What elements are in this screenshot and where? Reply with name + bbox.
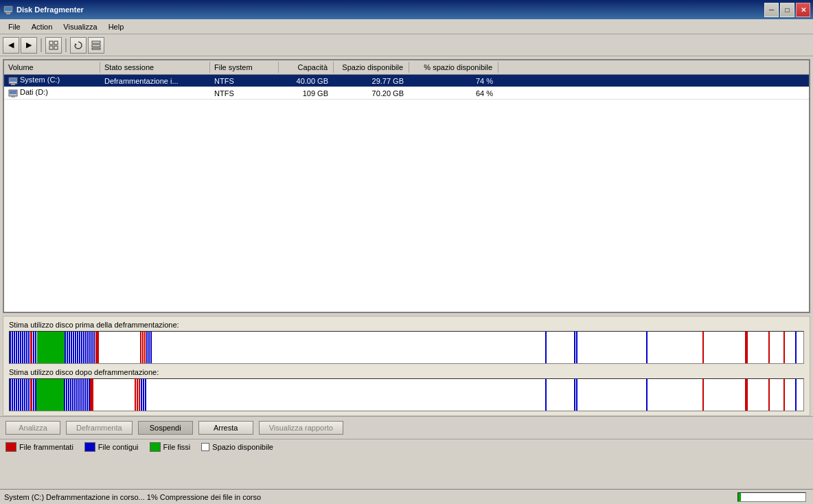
app-icon: [3, 4, 14, 15]
view-button[interactable]: [45, 37, 62, 54]
table-header: Volume Stato sessione File system Capaci…: [4, 60, 809, 75]
svg-rect-3: [5, 12, 11, 13]
menu-help[interactable]: Help: [103, 21, 130, 32]
svg-marker-8: [75, 43, 77, 46]
back-button[interactable]: ◀: [3, 37, 19, 54]
svg-rect-18: [11, 96, 15, 98]
svg-rect-17: [10, 91, 16, 94]
menu-action[interactable]: Action: [26, 21, 58, 32]
col-header-spazio[interactable]: Spazio disponibile: [334, 62, 409, 73]
cell-cap-0: 40.00 GB: [279, 76, 334, 86]
viz-before-bar: [9, 331, 804, 364]
menu-bar: File Action Visualizza Help: [0, 19, 813, 34]
menu-visualizza[interactable]: Visualizza: [58, 21, 102, 32]
title-bar: Disk Defragmenter ─ □ ✕: [0, 0, 813, 19]
svg-rect-19: [10, 95, 16, 96]
svg-rect-15: [10, 83, 16, 84]
legend-color-fissi: [150, 442, 161, 452]
cell-stato-0: Deframmentazione i...: [100, 76, 210, 86]
analizza-button[interactable]: Analizza: [5, 421, 60, 435]
viz-after-label: Stima utilizzo disco dopo deframmentazio…: [9, 368, 804, 376]
legend-color-contigui: [84, 442, 95, 452]
legend-checkbox-spazio: [201, 443, 209, 451]
table-row[interactable]: System (C:) Deframmentazione i... NTFS 4…: [4, 75, 809, 87]
cell-stato-1: [100, 93, 210, 94]
viz-area: Stima utilizzo disco prima della deframm…: [3, 316, 810, 416]
legend-area: File frammentati File contigui File fiss…: [0, 439, 813, 455]
col-header-perc[interactable]: % spazio disponibile: [409, 62, 499, 73]
legend-label-spazio: Spazio disponibile: [212, 443, 273, 451]
toolbar-separator-2: [65, 38, 67, 52]
extra-button[interactable]: [88, 37, 104, 54]
viz-after-bar: [9, 378, 804, 411]
cell-volume-1: Dati (D:): [4, 87, 100, 98]
col-header-capacita[interactable]: Capacità: [279, 62, 334, 73]
legend-item-frammentati: File frammentati: [5, 442, 73, 452]
minimize-button[interactable]: ─: [764, 3, 779, 17]
refresh-button[interactable]: [70, 37, 87, 54]
arresta-button[interactable]: Arresta: [198, 421, 253, 435]
window-title: Disk Defragmenter: [16, 5, 764, 14]
table-row[interactable]: Dati (D:) NTFS 109 GB 70.20 GB 64 %: [4, 87, 809, 100]
cell-volume-0: System (C:): [4, 75, 100, 86]
legend-item-fissi: File fissi: [150, 442, 191, 452]
col-header-filesystem[interactable]: File system: [210, 62, 279, 73]
status-text: System (C:) Deframmentazione in corso...…: [4, 493, 737, 501]
svg-rect-4: [49, 41, 53, 45]
legend-label-frammentati: File frammentati: [19, 443, 73, 451]
cell-perc-1: 64 %: [409, 89, 499, 98]
toolbar: ◀ ▶: [0, 34, 813, 56]
window-controls: ─ □ ✕: [764, 3, 810, 17]
cell-cap-1: 109 GB: [279, 89, 334, 98]
action-buttons: Analizza Deframmenta Sospendi Arresta Vi…: [0, 416, 813, 439]
svg-rect-7: [54, 46, 58, 49]
toolbar-separator-1: [41, 38, 42, 52]
visualizza-rapporto-button[interactable]: Visualizza rapporto: [259, 421, 343, 435]
maximize-button[interactable]: □: [780, 3, 794, 17]
svg-rect-13: [10, 78, 16, 82]
cell-perc-0: 74 %: [409, 76, 499, 86]
svg-rect-2: [6, 13, 10, 14]
svg-rect-14: [11, 84, 15, 85]
cell-spazio-1: 70.20 GB: [334, 89, 409, 98]
status-progress-fill: [738, 493, 741, 501]
close-button[interactable]: ✕: [796, 3, 810, 17]
svg-rect-9: [92, 41, 100, 43]
cell-fs-0: NTFS: [210, 76, 279, 86]
svg-rect-5: [54, 41, 58, 45]
legend-label-contigui: File contigui: [98, 443, 139, 451]
status-progress-bar: [737, 492, 806, 502]
cell-spazio-0: 29.77 GB: [334, 76, 409, 86]
svg-rect-6: [49, 46, 53, 49]
viz-before-label: Stima utilizzo disco prima della deframm…: [9, 321, 804, 329]
legend-item-contigui: File contigui: [84, 442, 139, 452]
col-header-stato[interactable]: Stato sessione: [100, 62, 210, 73]
status-bar: System (C:) Deframmentazione in corso...…: [0, 489, 813, 504]
legend-label-fissi: File fissi: [163, 443, 191, 451]
svg-rect-1: [5, 7, 12, 11]
volume-table: Volume Stato sessione File system Capaci…: [3, 59, 810, 313]
legend-color-frammentati: [5, 442, 16, 452]
legend-item-spazio: Spazio disponibile: [201, 443, 273, 451]
svg-rect-10: [92, 45, 100, 47]
sospendi-button[interactable]: Sospendi: [138, 421, 193, 435]
deframmenta-button[interactable]: Deframmenta: [66, 421, 133, 435]
forward-button[interactable]: ▶: [21, 37, 37, 54]
svg-rect-11: [92, 48, 100, 49]
menu-file[interactable]: File: [3, 21, 26, 32]
col-header-volume[interactable]: Volume: [4, 62, 100, 73]
cell-fs-1: NTFS: [210, 89, 279, 98]
